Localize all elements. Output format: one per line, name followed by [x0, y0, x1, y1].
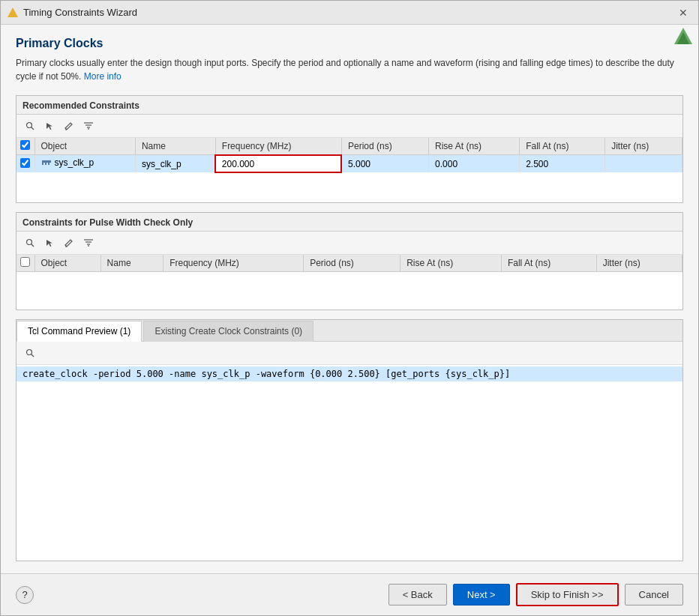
- col-fall: Fall At (ns): [520, 138, 605, 155]
- tabs-row: Tcl Command Preview (1) Existing Create …: [16, 320, 682, 342]
- pulse-table-container: Object Name Frequency (MHz) Period (ns) …: [16, 255, 682, 309]
- clock-waveform-icon: [41, 157, 52, 168]
- header-checkbox-cell: [16, 138, 34, 155]
- title-bar: Timing Constraints Wizard ✕: [1, 1, 698, 25]
- window-title: Timing Constraints Wizard: [23, 7, 674, 18]
- svg-point-16: [27, 240, 32, 245]
- row-checkbox[interactable]: [20, 158, 30, 168]
- tcl-preview-section: Tcl Command Preview (1) Existing Create …: [16, 319, 683, 561]
- row-rise: 0.000: [429, 155, 520, 173]
- pulse-col-frequency: Frequency (MHz): [164, 255, 304, 272]
- svg-rect-13: [46, 160, 48, 163]
- page-title: Primary Clocks: [16, 37, 683, 50]
- brand-icon-container: [671, 25, 695, 51]
- svg-marker-0: [8, 7, 18, 17]
- edit-button-rec[interactable]: [60, 118, 78, 134]
- svg-rect-11: [44, 160, 45, 163]
- pulse-col-object: Object: [34, 255, 100, 272]
- svg-line-4: [32, 127, 34, 130]
- col-name: Name: [135, 138, 215, 155]
- row-object: sys_clk_p: [34, 155, 135, 173]
- row-fall: 2.500: [520, 155, 605, 173]
- next-button[interactable]: Next >: [453, 584, 510, 606]
- pulse-empty-space: [16, 272, 682, 309]
- col-rise: Rise At (ns): [429, 138, 520, 155]
- search-button-tcl[interactable]: [21, 345, 39, 361]
- cursor-button-pulse[interactable]: [40, 235, 58, 251]
- recommended-constraints-section: Recommended Constraints: [16, 95, 683, 203]
- table-empty-space: [16, 172, 682, 202]
- footer-buttons: < Back Next > Skip to Finish >> Cancel: [388, 583, 683, 606]
- skip-to-finish-button[interactable]: Skip to Finish >>: [516, 583, 619, 606]
- svg-rect-14: [48, 160, 50, 165]
- pulse-col-rise: Rise At (ns): [400, 255, 502, 272]
- recommended-toolbar: [16, 115, 682, 138]
- footer: ? < Back Next > Skip to Finish >> Cancel: [1, 573, 698, 615]
- table-row[interactable]: sys_clk_p sys_clk_p 200.000 5.000 0.000 …: [16, 155, 682, 173]
- cancel-button[interactable]: Cancel: [625, 584, 683, 606]
- col-object: Object: [34, 138, 135, 155]
- tcl-preview-content: create_clock -period 5.000 -name sys_clk…: [16, 365, 682, 561]
- tab-existing-constraints[interactable]: Existing Create Clock Constraints (0): [143, 321, 314, 342]
- pulse-header-checkbox-cell: [16, 255, 34, 272]
- close-button[interactable]: ✕: [674, 4, 692, 22]
- cursor-button-rec[interactable]: [40, 118, 58, 134]
- pulse-toolbar: [16, 232, 682, 255]
- row-period: 5.000: [341, 155, 428, 173]
- svg-rect-15: [50, 160, 51, 163]
- row-name: sys_clk_p: [135, 155, 215, 173]
- tcl-preview-toolbar: [16, 342, 682, 365]
- main-window: Timing Constraints Wizard ✕ Primary Cloc…: [0, 0, 699, 616]
- svg-rect-12: [45, 160, 46, 165]
- filter-button-pulse[interactable]: [80, 235, 98, 251]
- pulse-col-jitter: Jitter (ns): [596, 255, 682, 272]
- content-area: Primary Clocks Primary clocks usually en…: [1, 25, 698, 573]
- pulse-header-row: Object Name Frequency (MHz) Period (ns) …: [16, 255, 682, 272]
- pulse-table: Object Name Frequency (MHz) Period (ns) …: [16, 255, 682, 272]
- row-jitter: [605, 155, 682, 173]
- app-icon: [7, 7, 19, 19]
- table-header-row: Object Name Frequency (MHz) Period (ns) …: [16, 138, 682, 155]
- pulse-col-fall: Fall At (ns): [501, 255, 596, 272]
- tab-tcl-preview[interactable]: Tcl Command Preview (1): [16, 321, 142, 342]
- pulse-section-title: Constraints for Pulse Width Check Only: [16, 213, 682, 232]
- recommended-section-title: Recommended Constraints: [16, 96, 682, 115]
- recommended-table-container: Object Name Frequency (MHz) Period (ns) …: [16, 138, 682, 202]
- col-period: Period (ns): [341, 138, 428, 155]
- more-info-link[interactable]: More info: [84, 71, 122, 82]
- svg-point-23: [27, 350, 32, 355]
- svg-rect-10: [42, 160, 44, 165]
- row-frequency[interactable]: 200.000: [215, 155, 341, 173]
- recommended-table: Object Name Frequency (MHz) Period (ns) …: [16, 138, 682, 172]
- row-object-text: sys_clk_p: [55, 157, 94, 168]
- pulse-col-period: Period (ns): [304, 255, 400, 272]
- svg-point-3: [27, 123, 32, 128]
- search-button-rec[interactable]: [21, 118, 39, 134]
- pulse-header-checkbox[interactable]: [20, 257, 30, 267]
- help-button[interactable]: ?: [16, 586, 34, 604]
- row-checkbox-cell: [16, 155, 34, 173]
- search-button-pulse[interactable]: [21, 235, 39, 251]
- edit-button-pulse[interactable]: [60, 235, 78, 251]
- col-jitter: Jitter (ns): [605, 138, 682, 155]
- filter-button-rec[interactable]: [80, 118, 98, 134]
- back-button[interactable]: < Back: [388, 584, 447, 606]
- col-frequency: Frequency (MHz): [215, 138, 341, 155]
- tcl-command-row: create_clock -period 5.000 -name sys_clk…: [16, 366, 682, 381]
- pulse-col-name: Name: [100, 255, 164, 272]
- vivado-logo-icon: [671, 25, 695, 49]
- header-checkbox[interactable]: [20, 140, 30, 150]
- svg-line-24: [32, 354, 34, 357]
- pulse-width-section: Constraints for Pulse Width Check Only: [16, 212, 683, 310]
- page-description: Primary clocks usually enter the design …: [16, 56, 683, 83]
- svg-line-17: [32, 244, 34, 247]
